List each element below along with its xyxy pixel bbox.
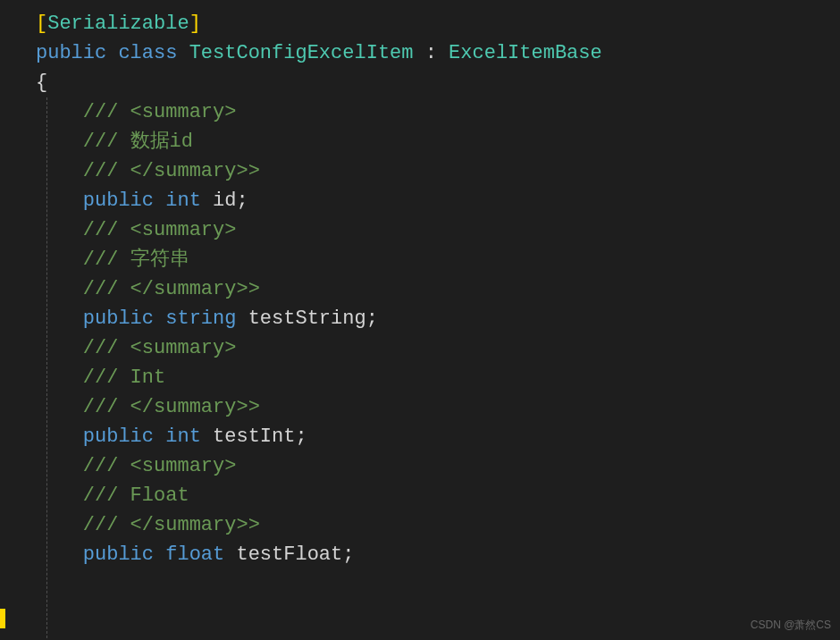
keyword-public: public xyxy=(83,304,154,333)
watermark: CSDN @萧然CS xyxy=(751,617,831,633)
code-line: public class TestConfigExcelItem : Excel… xyxy=(36,38,840,68)
xml-comment: /// </summary>> xyxy=(83,156,260,186)
semicolon: ; xyxy=(236,186,248,215)
code-line: /// <summary> xyxy=(36,451,840,481)
keyword-public: public xyxy=(83,422,154,451)
xml-comment: /// </summary>> xyxy=(83,510,260,540)
semicolon: ; xyxy=(366,304,378,333)
code-line: /// <summary> xyxy=(36,97,840,127)
code-line: /// </summary>> xyxy=(36,392,840,422)
code-block: [Serializable] public class TestConfigEx… xyxy=(0,9,840,569)
field-name: id xyxy=(213,186,236,215)
semicolon: ; xyxy=(295,422,307,451)
xml-comment: /// </summary>> xyxy=(83,392,260,422)
code-line: /// </summary>> xyxy=(36,510,840,540)
code-line: /// </summary>> xyxy=(36,156,840,186)
field-name: testFloat xyxy=(236,540,342,569)
colon: : xyxy=(425,38,437,68)
code-line: /// Int xyxy=(36,363,840,392)
type-float: float xyxy=(165,540,224,569)
keyword-public: public xyxy=(36,38,106,68)
xml-comment: /// <summary> xyxy=(83,215,237,245)
xml-comment: /// <summary> xyxy=(83,451,237,481)
code-line: /// </summary>> xyxy=(36,274,840,304)
xml-comment: /// Float xyxy=(83,481,189,510)
xml-comment: /// 字符串 xyxy=(83,245,189,274)
code-line: /// 数据id xyxy=(36,127,840,156)
bracket-open: [ xyxy=(36,9,47,38)
code-line: /// <summary> xyxy=(36,333,840,363)
code-line: { xyxy=(36,68,840,97)
xml-comment: /// 数据id xyxy=(83,127,193,156)
code-line: public string testString; xyxy=(36,304,840,333)
code-line: public int id; xyxy=(36,186,840,215)
indent-guide xyxy=(46,97,47,640)
keyword-class: class xyxy=(118,38,177,68)
highlight-bar xyxy=(0,609,5,628)
keyword-public: public xyxy=(83,540,154,569)
bracket-close: ] xyxy=(189,9,201,38)
code-line: /// 字符串 xyxy=(36,245,840,274)
brace-open: { xyxy=(36,68,47,97)
code-line: /// <summary> xyxy=(36,215,840,245)
type-int: int xyxy=(165,186,201,215)
type-string: string xyxy=(165,304,236,333)
code-line: [Serializable] xyxy=(36,9,840,38)
type-int: int xyxy=(165,422,201,451)
field-name: testString xyxy=(248,304,366,333)
xml-comment: /// <summary> xyxy=(83,97,237,127)
attribute-name: Serializable xyxy=(47,9,189,38)
base-class: ExcelItemBase xyxy=(449,38,602,68)
code-line: public float testFloat; xyxy=(36,540,840,569)
xml-comment: /// </summary>> xyxy=(83,274,260,304)
keyword-public: public xyxy=(83,186,154,215)
code-line: public int testInt; xyxy=(36,422,840,451)
field-name: testInt xyxy=(213,422,295,451)
xml-comment: /// Int xyxy=(83,363,165,392)
code-line: /// Float xyxy=(36,481,840,510)
class-name: TestConfigExcelItem xyxy=(189,38,414,68)
xml-comment: /// <summary> xyxy=(83,333,237,363)
semicolon: ; xyxy=(342,540,354,569)
